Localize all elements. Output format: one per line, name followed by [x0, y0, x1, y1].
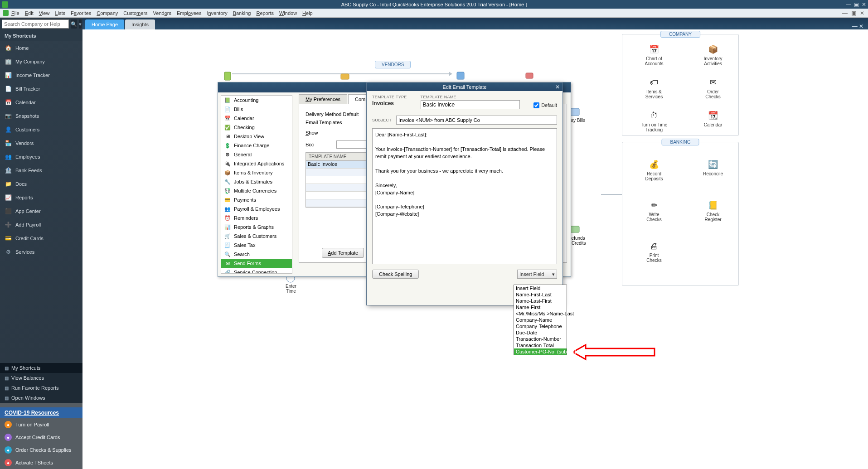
bottom-nav-run-favorite-reports[interactable]: Run Favorite Reports — [0, 383, 82, 393]
banking-item[interactable]: 🔄Reconcile — [690, 160, 736, 176]
tab-my-preferences[interactable]: My Preferences — [299, 94, 347, 104]
workflow-icon[interactable] — [223, 71, 234, 80]
sidebar-item-docs[interactable]: 📁Docs — [0, 177, 82, 191]
banking-item[interactable]: ✏WriteChecks — [631, 200, 677, 222]
pref-category-calendar[interactable]: 📅Calendar — [221, 114, 292, 123]
minimize-icon[interactable]: — — [846, 1, 851, 8]
menu-edit[interactable]: Edit — [25, 10, 34, 16]
pref-category-bills[interactable]: 📄Bills — [221, 105, 292, 114]
bottom-nav-my-shortcuts[interactable]: My Shortcuts — [0, 363, 82, 373]
sidebar-item-my-company[interactable]: 🏢My Company — [0, 55, 82, 68]
pref-category-items-inventory[interactable]: 📦Items & Inventory — [221, 168, 292, 177]
company-item[interactable]: 📆Calendar — [690, 111, 736, 127]
close-page-icon[interactable]: — ✕ — [848, 23, 868, 29]
sidebar-item-services[interactable]: ⚙Services — [0, 245, 82, 259]
banking-item[interactable]: 💰RecordDeposits — [631, 160, 677, 181]
menu-employees[interactable]: Employees — [177, 10, 201, 16]
template-name-input[interactable] — [421, 100, 520, 109]
workflow-icon[interactable] — [340, 71, 351, 80]
insert-field-option[interactable]: Customer-PO-No. (subject) — [514, 348, 567, 355]
pref-category-integrated-applications[interactable]: 🔌Integrated Applications — [221, 159, 292, 168]
insert-field-menu[interactable]: Insert FieldName-First-LastName-Last-Fir… — [514, 285, 567, 355]
company-item[interactable]: 📅Chart ofAccounts — [631, 44, 677, 66]
insert-field-option[interactable]: Name-Last-First — [514, 298, 567, 304]
sidebar-item-bill-tracker[interactable]: 📄Bill Tracker — [0, 82, 82, 96]
menu-file[interactable]: File — [11, 10, 19, 16]
default-checkbox[interactable] — [533, 102, 539, 108]
pref-category-multiple-currencies[interactable]: 💱Multiple Currencies — [221, 186, 292, 195]
tab-home-page[interactable]: Home Page — [85, 19, 124, 29]
pref-category-sales-tax[interactable]: 🧾Sales Tax — [221, 241, 292, 250]
company-item[interactable]: 📦InventoryActivities — [690, 44, 736, 66]
bottom-nav-view-balances[interactable]: View Balances — [0, 373, 82, 383]
pref-category-reports-graphs[interactable]: 📊Reports & Graphs — [221, 222, 292, 232]
insert-field-option[interactable]: Transaction-Number — [514, 336, 567, 342]
insert-field-option[interactable]: Due-Date — [514, 329, 567, 336]
search-dropdown-icon[interactable]: ▾ — [79, 19, 82, 29]
sidebar-item-credit-cards[interactable]: 💳Credit Cards — [0, 232, 82, 245]
pref-category-desktop-view[interactable]: 🖥Desktop View — [221, 132, 292, 141]
pref-category-accounting[interactable]: 📗Accounting — [221, 96, 292, 105]
company-item[interactable]: 🏷Items &Services — [631, 77, 677, 99]
pref-category-jobs-estimates[interactable]: 🔧Jobs & Estimates — [221, 177, 292, 186]
menu-favorites[interactable]: Favorites — [71, 10, 91, 16]
insert-field-option[interactable]: Transaction-Total — [514, 342, 567, 348]
search-icon[interactable]: 🔍 — [71, 19, 77, 29]
resource-turn-on-payroll[interactable]: ●Turn on Payroll — [0, 418, 82, 431]
add-template-button[interactable]: Add Template — [322, 248, 364, 258]
close-icon[interactable]: ✕ — [862, 1, 866, 8]
sidebar-item-reports[interactable]: 📈Reports — [0, 191, 82, 204]
workflow-icon[interactable] — [524, 70, 535, 79]
pref-category-payroll-employees[interactable]: 👥Payroll & Employees — [221, 204, 292, 213]
company-item[interactable]: ⏱Turn on TimeTracking — [631, 111, 677, 132]
mdi-close-icon[interactable]: ✕ — [860, 10, 864, 16]
pref-category-checking[interactable]: ✅Checking — [221, 123, 292, 132]
maximize-icon[interactable]: ▣ — [854, 1, 859, 8]
menu-lists[interactable]: Lists — [55, 10, 65, 16]
insert-field-option[interactable]: Name-First-Last — [514, 291, 567, 298]
email-body-textarea[interactable] — [372, 128, 557, 264]
menu-view[interactable]: View — [39, 10, 50, 16]
menu-inventory[interactable]: Inventory — [207, 10, 227, 16]
bottom-nav-open-windows[interactable]: Open Windows — [0, 393, 82, 403]
sidebar-item-add-payroll[interactable]: ➕Add Payroll — [0, 218, 82, 232]
sidebar-item-employees[interactable]: 👥Employees — [0, 150, 82, 164]
pref-category-service-connection[interactable]: 🔗Service Connection — [221, 268, 292, 274]
pref-category-search[interactable]: 🔍Search — [221, 250, 292, 259]
pref-category-general[interactable]: ⚙General — [221, 150, 292, 159]
sidebar-item-customers[interactable]: 👤Customers — [0, 123, 82, 136]
insert-field-dropdown[interactable]: Insert Field▾ — [517, 270, 557, 279]
mdi-minimize-icon[interactable]: — — [842, 10, 848, 16]
subject-input[interactable] — [396, 116, 557, 125]
preferences-category-list[interactable]: 📗Accounting📄Bills📅Calendar✅Checking🖥Desk… — [221, 95, 292, 274]
menu-vendors[interactable]: Vendors — [153, 10, 171, 16]
resource-order-checks-&-supplies[interactable]: ●Order Checks & Supplies — [0, 444, 82, 456]
banking-item[interactable]: 🖨PrintChecks — [631, 241, 677, 263]
sidebar-item-calendar[interactable]: 📅Calendar — [0, 96, 82, 109]
tab-insights[interactable]: Insights — [125, 19, 155, 29]
menu-window[interactable]: Window — [279, 10, 297, 16]
menu-reports[interactable]: Reports — [256, 10, 274, 16]
pref-category-reminders[interactable]: ⏰Reminders — [221, 213, 292, 222]
covid-resources-link[interactable]: COVID-19 Resources — [0, 407, 82, 418]
check-spelling-button[interactable]: Check Spelling — [372, 270, 419, 279]
menu-customers[interactable]: Customers — [123, 10, 147, 16]
resource-activate-tsheets[interactable]: ●Activate TSheets — [0, 456, 82, 469]
sidebar-item-income-tracker[interactable]: 📊Income Tracker — [0, 68, 82, 82]
pref-category-finance-charge[interactable]: 💲Finance Charge — [221, 141, 292, 150]
pref-category-sales-customers[interactable]: 🛒Sales & Customers — [221, 232, 292, 241]
insert-field-option[interactable]: Name-First — [514, 304, 567, 310]
close-icon[interactable]: ✕ — [555, 84, 560, 90]
sidebar-item-home[interactable]: 🏠Home — [0, 41, 82, 55]
mdi-maximize-icon[interactable]: ▣ — [851, 10, 856, 16]
resource-accept-credit-cards[interactable]: ●Accept Credit Cards — [0, 431, 82, 444]
sidebar-item-snapshots[interactable]: 📷Snapshots — [0, 109, 82, 123]
insert-field-option[interactable]: Company-Telephone — [514, 323, 567, 329]
sidebar-item-bank-feeds[interactable]: 🏦Bank Feeds — [0, 164, 82, 177]
pref-category-payments[interactable]: 💳Payments — [221, 195, 292, 204]
workflow-icon[interactable] — [455, 70, 466, 79]
sidebar-item-vendors[interactable]: 🏪Vendors — [0, 136, 82, 150]
search-input[interactable] — [2, 19, 69, 29]
menu-company[interactable]: Company — [97, 10, 118, 16]
insert-field-option[interactable]: Company-Name — [514, 317, 567, 323]
